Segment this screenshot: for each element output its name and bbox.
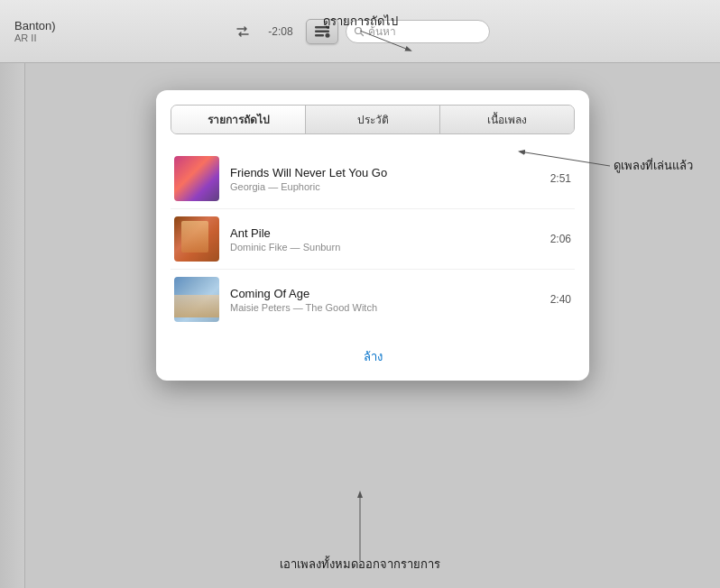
popup-tabs: รายการถัดไป ประวัติ เนื้อเพลง [171, 105, 575, 134]
tab-lyrics[interactable]: เนื้อเพลง [440, 106, 574, 133]
svg-rect-1 [315, 30, 329, 32]
search-bar[interactable]: ค้นหา [346, 20, 490, 43]
main-content: รายการถัดไป ประวัติ เนื้อเพลง Friends Wi… [0, 63, 720, 588]
clear-button[interactable]: ล้าง [364, 350, 383, 363]
list-item: Ant Pile Dominic Fike — Sunburn 2:06 [171, 209, 575, 270]
song-info-2: Ant Pile Dominic Fike — Sunburn [230, 226, 529, 253]
artwork-3 [174, 277, 219, 322]
song-meta-1: Georgia — Euphoric [230, 181, 529, 192]
top-bar: Banton) AR II -2:08 ค้นหา [0, 0, 720, 63]
song-name-1: Friends Will Never Let You Go [230, 166, 529, 179]
song-duration-3: 2:40 [540, 293, 571, 306]
song-name-2: Ant Pile [230, 226, 529, 240]
tab-history[interactable]: ประวัติ [306, 106, 440, 133]
repeat-button[interactable] [230, 22, 255, 41]
top-bar-controls: -2:08 ค้นหา [230, 19, 490, 44]
artwork-2 [174, 216, 219, 262]
clear-button-container: ล้าง [171, 340, 575, 366]
svg-rect-0 [315, 26, 329, 29]
svg-point-3 [326, 32, 330, 37]
sidebar [0, 63, 25, 588]
song-duration-2: 2:06 [540, 233, 571, 245]
song-info-3: Coming Of Age Maisie Peters — The Good W… [230, 287, 529, 313]
song-meta-2: Dominic Fike — Sunburn [230, 242, 529, 253]
svg-point-4 [355, 27, 362, 33]
song-meta-3: Maisie Peters — The Good Witch [230, 302, 529, 313]
search-icon [354, 26, 365, 37]
song-list: Friends Will Never Let You Go Georgia — … [171, 149, 575, 329]
search-placeholder: ค้นหา [368, 23, 396, 40]
song-duration-1: 2:51 [540, 172, 571, 185]
time-display: -2:08 [263, 25, 299, 38]
queue-popup: รายการถัดไป ประวัติ เนื้อเพลง Friends Wi… [156, 90, 589, 381]
svg-rect-2 [315, 34, 324, 37]
song-name-3: Coming Of Age [230, 287, 529, 300]
center-area: รายการถัดไป ประวัติ เนื้อเพลง Friends Wi… [25, 63, 720, 588]
tab-queue[interactable]: รายการถัดไป [171, 106, 306, 133]
queue-button[interactable] [306, 19, 338, 44]
list-item: Coming Of Age Maisie Peters — The Good W… [171, 270, 575, 329]
artwork-1 [174, 156, 219, 201]
song-info-1: Friends Will Never Let You Go Georgia — … [230, 166, 529, 192]
list-item: Friends Will Never Let You Go Georgia — … [171, 149, 575, 209]
